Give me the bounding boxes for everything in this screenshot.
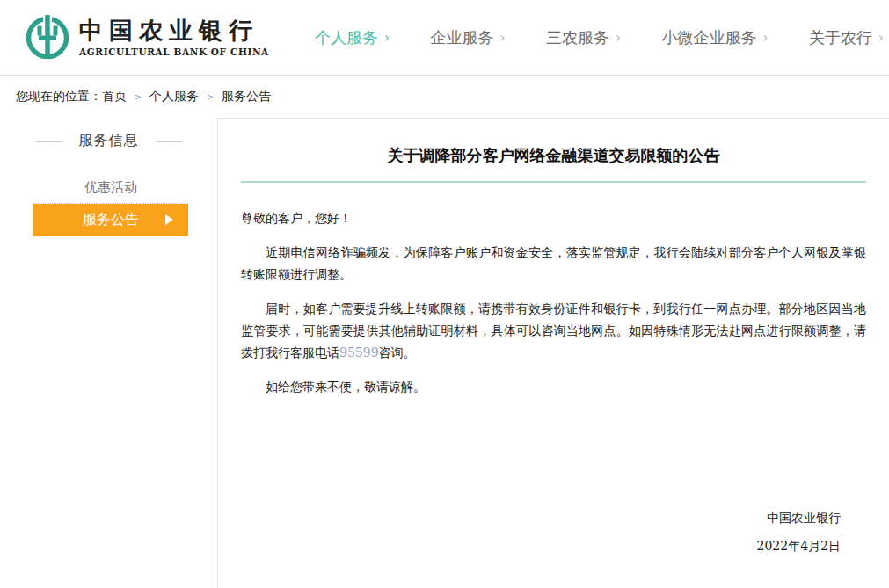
nav-label: 小微企业服务 — [661, 27, 756, 48]
page: 中国农业银行 AGRICULTURAL BANK OF CHINA 个人服务 ›… — [0, 0, 889, 588]
abc-bank-emblem-icon — [25, 15, 70, 61]
paragraph-text: 届时，如客户需要提升线上转账限额，请携带有效身份证件和银行卡，到我行任一网点办理… — [241, 301, 866, 359]
nav-item-corporate-services[interactable]: 企业服务 › — [430, 27, 505, 48]
sidebar-item-label: 服务公告 — [83, 211, 139, 229]
sidebar-title: 服务信息 — [79, 132, 139, 150]
breadcrumb-separator: ＞ — [205, 90, 215, 105]
article-body: 尊敬的客户，您好！ 近期电信网络诈骗频发，为保障客户账户和资金安全，落实监管规定… — [241, 207, 866, 398]
nav-label: 企业服务 — [430, 27, 493, 48]
sidebar-item-label: 优惠活动 — [84, 179, 137, 196]
breadcrumb-service-announcements[interactable]: 服务公告 — [222, 89, 271, 105]
signature-date: 2022年4月2日 — [241, 539, 841, 555]
header: 中国农业银行 AGRICULTURAL BANK OF CHINA 个人服务 ›… — [0, 0, 889, 76]
decorative-dash — [36, 141, 62, 142]
chevron-right-icon: › — [384, 30, 390, 46]
article-paragraph: 届时，如客户需要提升线上转账限额，请携带有效身份证件和银行卡，到我行任一网点办理… — [241, 298, 866, 364]
chevron-right-icon: › — [499, 30, 505, 46]
announcement-article: 关于调降部分客户网络金融渠道交易限额的公告 尊敬的客户，您好！ 近期电信网络诈骗… — [217, 118, 889, 588]
article-greeting: 尊敬的客户，您好！ — [241, 207, 866, 229]
customer-service-phone-link[interactable]: 95599 — [339, 345, 379, 359]
sidebar-item-promotions[interactable]: 优惠活动 — [33, 171, 188, 204]
bank-logo[interactable]: 中国农业银行 AGRICULTURAL BANK OF CHINA — [25, 15, 269, 61]
nav-label: 三农服务 — [546, 27, 609, 48]
signature-block: 中国农业银行 2022年4月2日 — [241, 511, 866, 555]
nav-item-rural-services[interactable]: 三农服务 › — [546, 27, 621, 48]
article-paragraph: 近期电信网络诈骗频发，为保障客户账户和资金安全，落实监管规定，我行会陆续对部分客… — [241, 242, 866, 286]
breadcrumb: 您现在的位置： 首页 ＞ 个人服务 ＞ 服务公告 — [0, 76, 889, 118]
nav-item-about-abc[interactable]: 关于农行 › — [809, 27, 884, 48]
bank-logo-text: 中国农业银行 AGRICULTURAL BANK OF CHINA — [79, 18, 269, 57]
sidebar-item-service-announcements[interactable]: 服务公告 — [33, 204, 188, 236]
article-paragraph: 如给您带来不便，敬请谅解。 — [241, 376, 866, 398]
article-title: 关于调降部分客户网络金融渠道交易限额的公告 — [241, 145, 866, 183]
nav-item-small-business-services[interactable]: 小微企业服务 › — [661, 27, 768, 48]
content: 服务信息 优惠活动 服务公告 关于调降部分客户网络金融渠道交易限额的公告 尊敬的… — [0, 118, 889, 588]
sidebar-header: 服务信息 — [0, 132, 217, 150]
breadcrumb-home[interactable]: 首页 — [102, 89, 127, 105]
decorative-dash — [157, 141, 182, 142]
paragraph-text: 咨询。 — [379, 345, 416, 359]
arrow-right-icon — [165, 214, 173, 225]
breadcrumb-personal-services[interactable]: 个人服务 — [149, 89, 199, 105]
main-nav: 个人服务 › 企业服务 › 三农服务 › 小微企业服务 › 关于农行 › — [315, 27, 889, 48]
chevron-right-icon: › — [762, 30, 768, 46]
breadcrumb-separator: ＞ — [133, 90, 143, 105]
sidebar-menu: 优惠活动 服务公告 — [33, 171, 188, 236]
breadcrumb-prefix: 您现在的位置： — [16, 89, 102, 105]
sidebar: 服务信息 优惠活动 服务公告 — [0, 118, 217, 588]
nav-label: 关于农行 — [809, 27, 872, 48]
chevron-right-icon: › — [878, 30, 884, 46]
nav-item-personal-services[interactable]: 个人服务 › — [315, 27, 390, 48]
chevron-right-icon: › — [616, 30, 621, 46]
signature-bank-name: 中国农业银行 — [241, 511, 841, 526]
bank-name-cn: 中国农业银行 — [79, 18, 269, 44]
nav-label: 个人服务 — [315, 27, 378, 48]
bank-name-en: AGRICULTURAL BANK OF CHINA — [79, 47, 269, 57]
